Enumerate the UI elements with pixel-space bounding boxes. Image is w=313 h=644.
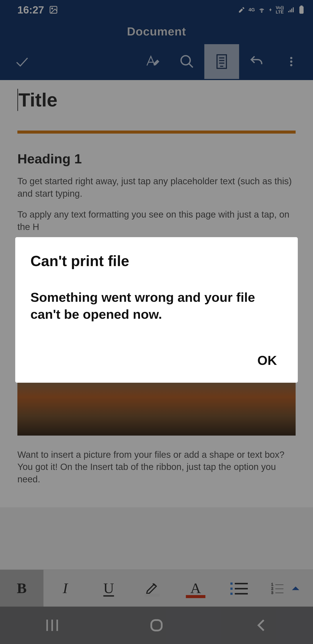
- ok-button[interactable]: OK: [252, 349, 283, 372]
- modal-overlay[interactable]: Can't print file Something went wrong an…: [0, 0, 313, 644]
- dialog-title: Can't print file: [30, 252, 283, 269]
- dialog-actions: OK: [30, 349, 283, 372]
- error-dialog: Can't print file Something went wrong an…: [15, 237, 298, 383]
- dialog-message: Something went wrong and your file can't…: [30, 289, 283, 323]
